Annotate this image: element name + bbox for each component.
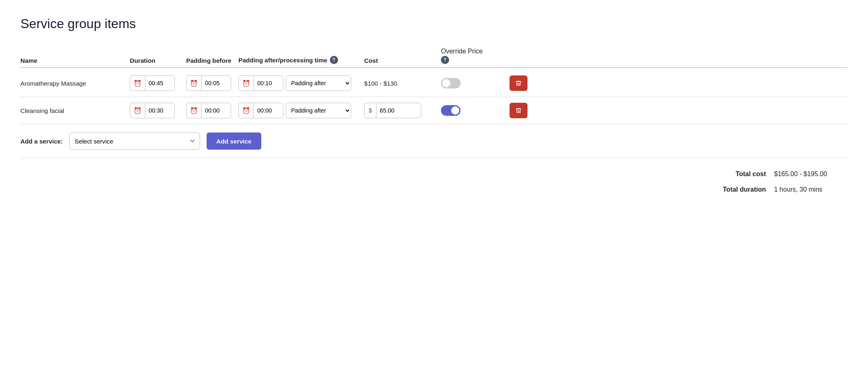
total-cost-label: Total cost <box>709 170 766 178</box>
col-name: Name <box>20 57 127 64</box>
padding-after-time-input-cleansing[interactable]: ⏰ <box>238 103 283 118</box>
delete-button-cleansing[interactable] <box>510 103 527 118</box>
add-service-row: Add a service: Select service Add servic… <box>20 124 848 158</box>
padding-after-group-cleansing: ⏰ Padding after Processing time <box>238 103 361 118</box>
padding-after-time-input-aromatherapy[interactable]: ⏰ <box>238 75 283 91</box>
override-toggle-label-cleansing[interactable] <box>441 105 461 116</box>
padding-after-help-icon: ? <box>330 56 338 64</box>
clock-icon: ⏰ <box>239 76 254 91</box>
duration-field-aromatherapy[interactable] <box>145 80 170 86</box>
clock-icon: ⏰ <box>187 76 202 91</box>
table-header: Name Duration Padding before Padding aft… <box>20 48 848 68</box>
padding-before-input-aromatherapy[interactable]: ⏰ <box>186 75 231 91</box>
total-duration-label: Total duration <box>709 186 766 193</box>
toggle-slider-cleansing <box>441 105 461 116</box>
cost-override-field-cleansing[interactable] <box>376 107 409 114</box>
padding-after-time-field-aromatherapy[interactable] <box>254 80 278 86</box>
select-service-dropdown[interactable]: Select service <box>69 133 200 150</box>
toggle-slider-aromatherapy <box>441 78 461 88</box>
col-override-price: Override Price ? <box>441 48 506 64</box>
cost-override-input-cleansing[interactable]: $ <box>364 103 421 118</box>
service-group-table: Name Duration Padding before Padding aft… <box>20 48 848 158</box>
dollar-prefix: $ <box>365 103 376 118</box>
col-cost: Cost <box>364 57 438 64</box>
cost-aromatherapy: $100 - $130 <box>364 80 438 87</box>
total-cost-row: Total cost $165.00 - $195.00 <box>709 170 848 178</box>
add-service-button[interactable]: Add service <box>207 133 261 150</box>
padding-before-field-cleansing[interactable] <box>202 107 226 114</box>
summary-section: Total cost $165.00 - $195.00 Total durat… <box>20 158 848 193</box>
add-service-label: Add a service: <box>20 138 63 145</box>
override-toggle-aromatherapy <box>441 78 506 88</box>
col-padding-before: Padding before <box>186 57 235 64</box>
padding-before-input-cleansing[interactable]: ⏰ <box>186 103 231 118</box>
total-cost-value: $165.00 - $195.00 <box>774 170 848 178</box>
trash-icon <box>515 80 522 86</box>
service-name-cleansing: Cleansing facial <box>20 107 127 114</box>
total-duration-value: 1 hours, 30 mins <box>774 186 848 193</box>
padding-after-type-select-aromatherapy[interactable]: Padding after Processing time <box>286 75 351 91</box>
delete-button-aromatherapy[interactable] <box>510 75 527 91</box>
duration-input-aromatherapy[interactable]: ⏰ <box>130 75 175 91</box>
padding-after-time-field-cleansing[interactable] <box>254 107 278 114</box>
table-row: Aromatherapy Massage ⏰ ⏰ ⏰ Padding after… <box>20 70 848 97</box>
col-padding-after: Padding after/processing time ? <box>238 56 361 64</box>
page-title: Service group items <box>20 16 848 31</box>
duration-input-cleansing[interactable]: ⏰ <box>130 103 175 118</box>
trash-icon <box>515 107 522 114</box>
table-row: Cleansing facial ⏰ ⏰ ⏰ Padding after Pro… <box>20 97 848 124</box>
override-toggle-cleansing <box>441 105 506 116</box>
service-name-aromatherapy: Aromatherapy Massage <box>20 80 127 87</box>
clock-icon: ⏰ <box>130 103 145 118</box>
padding-before-field-aromatherapy[interactable] <box>202 80 226 86</box>
duration-field-cleansing[interactable] <box>145 107 170 114</box>
col-duration: Duration <box>130 57 183 64</box>
override-price-help-icon: ? <box>441 56 449 64</box>
clock-icon: ⏰ <box>239 103 254 118</box>
clock-icon: ⏰ <box>187 103 202 118</box>
clock-icon: ⏰ <box>130 76 145 91</box>
total-duration-row: Total duration 1 hours, 30 mins <box>709 186 848 193</box>
padding-after-group-aromatherapy: ⏰ Padding after Processing time <box>238 75 361 91</box>
padding-after-type-select-cleansing[interactable]: Padding after Processing time <box>286 103 351 118</box>
override-toggle-label-aromatherapy[interactable] <box>441 78 461 88</box>
